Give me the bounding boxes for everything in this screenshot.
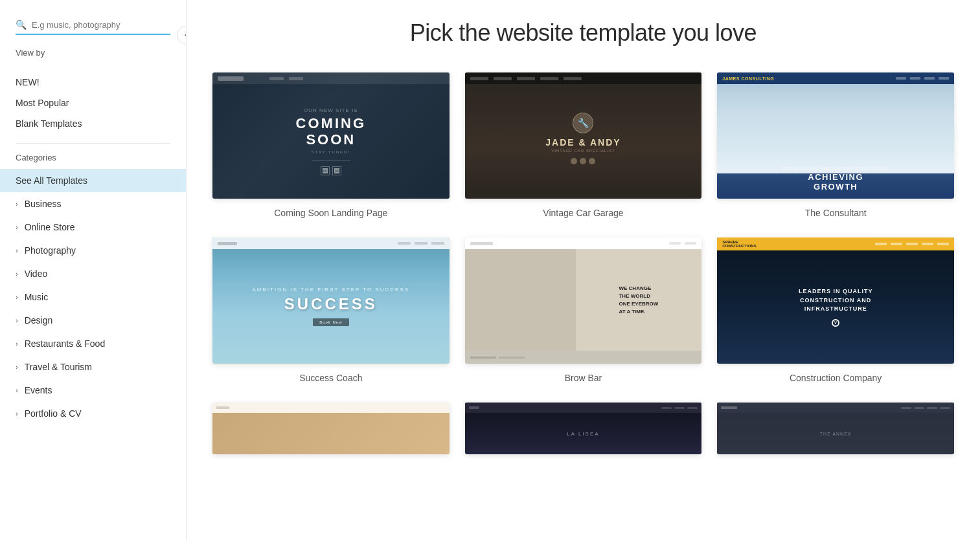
- template-name: Brow Bar: [565, 373, 602, 383]
- template-thumbnail-food: [212, 403, 450, 454]
- template-thumbnail-brow-bar: WE CHANGETHE WORLDONE EYEBROWAT A TIME.: [465, 237, 702, 364]
- template-name: Coming Soon Landing Page: [274, 208, 387, 218]
- search-icon: 🔍: [16, 19, 27, 30]
- template-thumbnail-vintage-car: 🔧 JADE & ANDY VINTAGE CAR SPECIALIST: [465, 72, 702, 199]
- page-title: Pick the website template you love: [212, 19, 954, 47]
- category-label: Business: [25, 199, 62, 209]
- main-content: Pick the website template you love OUR N…: [187, 0, 980, 541]
- category-label: Video: [25, 269, 48, 279]
- template-card-annex[interactable]: THE ANNEX: [717, 403, 954, 463]
- categories-label: Categories: [0, 153, 186, 169]
- search-box: 🔍: [16, 19, 170, 35]
- template-name: Success Coach: [299, 373, 362, 383]
- search-input[interactable]: [32, 20, 170, 30]
- sidebar-item-design[interactable]: › Design: [0, 309, 186, 332]
- template-thumbnail-success-coach: AMBITION IS THE FIRST STEP TO SUCCESS SU…: [212, 237, 450, 364]
- sidebar-item-portfolio-cv[interactable]: › Portfolio & CV: [0, 402, 186, 425]
- chevron-icon: ›: [16, 340, 18, 348]
- template-card-vintage-car[interactable]: 🔧 JADE & ANDY VINTAGE CAR SPECIALIST Vin…: [465, 72, 702, 218]
- sidebar-item-business[interactable]: › Business: [0, 192, 186, 215]
- chevron-icon: ›: [16, 316, 18, 324]
- category-label: Travel & Tourism: [25, 362, 92, 372]
- sidebar-divider: [16, 143, 170, 144]
- see-all-templates-item[interactable]: See All Templates: [0, 169, 186, 192]
- category-label: Photography: [25, 245, 76, 256]
- template-card-food[interactable]: [212, 403, 450, 463]
- sidebar-item-music[interactable]: › Music: [0, 285, 186, 309]
- chevron-icon: ›: [16, 200, 18, 208]
- sidebar-item-blank-templates[interactable]: Blank Templates: [0, 113, 186, 134]
- template-thumbnail-annex: THE ANNEX: [717, 403, 954, 454]
- template-card-success-coach[interactable]: AMBITION IS THE FIRST STEP TO SUCCESS SU…: [212, 237, 450, 383]
- chevron-icon: ›: [16, 363, 18, 371]
- category-label: Restaurants & Food: [25, 338, 106, 349]
- sidebar-item-travel-tourism[interactable]: › Travel & Tourism: [0, 355, 186, 379]
- sidebar-item-most-popular[interactable]: Most Popular: [0, 93, 186, 113]
- template-card-coming-soon[interactable]: OUR NEW SITE IS COMINGSOON STAY TUNED! 0…: [212, 72, 450, 218]
- sidebar-item-online-store[interactable]: › Online Store: [0, 215, 186, 239]
- template-name: Vintage Car Garage: [543, 208, 623, 218]
- sidebar-item-new[interactable]: NEW!: [0, 72, 186, 93]
- sidebar: ‹ 🔍 View by NEW! Most Popular Blank Temp…: [0, 0, 187, 541]
- category-label: Online Store: [25, 222, 75, 232]
- search-container: 🔍: [0, 13, 186, 48]
- sidebar-item-restaurants-food[interactable]: › Restaurants & Food: [0, 332, 186, 355]
- template-thumbnail-space: LA LISEA: [465, 403, 702, 454]
- template-thumbnail-construction: SPHERECONSTRUCTIONS LEADERS IN QUALITYCO…: [717, 237, 954, 364]
- category-label: Music: [25, 292, 49, 302]
- template-card-brow-bar[interactable]: WE CHANGETHE WORLDONE EYEBROWAT A TIME. …: [465, 237, 702, 383]
- view-by-section: View by: [0, 48, 186, 72]
- category-label: Events: [25, 385, 52, 395]
- template-card-construction[interactable]: SPHERECONSTRUCTIONS LEADERS IN QUALITYCO…: [717, 237, 954, 383]
- sidebar-item-photography[interactable]: › Photography: [0, 239, 186, 262]
- sidebar-item-events[interactable]: › Events: [0, 379, 186, 402]
- template-name: The Consultant: [805, 208, 867, 218]
- template-name: Construction Company: [790, 373, 882, 383]
- template-thumbnail-coming-soon: OUR NEW SITE IS COMINGSOON STAY TUNED! 0…: [212, 72, 450, 199]
- template-card-consultant[interactable]: JAMES CONSULTING DEVELOPING INNOVATIVE S…: [717, 72, 954, 218]
- view-by-label: View by: [16, 48, 170, 58]
- chevron-icon: ›: [16, 247, 18, 254]
- sidebar-item-video[interactable]: › Video: [0, 262, 186, 285]
- templates-grid: OUR NEW SITE IS COMINGSOON STAY TUNED! 0…: [212, 72, 954, 463]
- category-label: Design: [25, 315, 53, 326]
- chevron-icon: ›: [16, 410, 18, 417]
- template-card-space[interactable]: LA LISEA: [465, 403, 702, 463]
- chevron-icon: ›: [16, 293, 18, 301]
- category-label: Portfolio & CV: [25, 408, 82, 419]
- chevron-icon: ›: [16, 270, 18, 278]
- chevron-icon: ›: [16, 386, 18, 394]
- chevron-icon: ›: [16, 223, 18, 231]
- template-thumbnail-consultant: JAMES CONSULTING DEVELOPING INNOVATIVE S…: [717, 72, 954, 199]
